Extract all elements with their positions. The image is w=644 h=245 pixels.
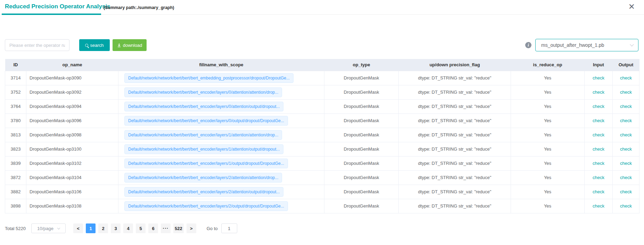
next-page-button[interactable]: >: [187, 223, 196, 233]
prev-page-button[interactable]: <: [73, 223, 83, 233]
output-check-link[interactable]: check: [620, 146, 632, 152]
output-check-link[interactable]: check: [620, 161, 632, 166]
col-header-op-name: op_name: [26, 59, 118, 71]
cell-output: check: [613, 128, 639, 142]
cell-precision-flag: dtype: DT_STRING str_val: "reduce": [399, 99, 511, 113]
col-header-is-reduce-op: is_reduce_op: [511, 59, 585, 71]
scope-link[interactable]: Default/network/network/bert/bert/bert_e…: [124, 187, 283, 197]
table-row: 3813 DropoutGenMask-op3098 Default/netwo…: [5, 128, 639, 142]
input-check-link[interactable]: check: [593, 104, 604, 109]
cell-id: 3764: [5, 99, 26, 113]
output-check-link[interactable]: check: [620, 104, 632, 109]
close-icon[interactable]: ✕: [628, 1, 635, 12]
cell-precision-flag: dtype: DT_STRING str_val: "reduce": [399, 199, 511, 213]
scope-link[interactable]: Default/network/network/bert/bert/bert_e…: [124, 130, 282, 140]
cell-input: check: [585, 71, 613, 85]
output-check-link[interactable]: check: [620, 203, 632, 209]
goto-page-input[interactable]: [221, 223, 237, 233]
table-row: 3714 DropoutGenMask-op3090 Default/netwo…: [5, 71, 639, 85]
download-button[interactable]: download: [113, 39, 147, 51]
page-number-button[interactable]: 3: [111, 223, 121, 233]
page-number-button[interactable]: 2: [98, 223, 108, 233]
cell-output: check: [613, 170, 639, 185]
cell-op-name: DropoutGenMask-op3106: [26, 185, 118, 199]
scope-link[interactable]: Default/network/network/bert/bert/bert_e…: [124, 159, 288, 168]
cell-is-reduce-op: Yes: [511, 99, 585, 113]
dialog-header: Reduced Precision Operator Analysis (Sum…: [0, 0, 644, 15]
input-check-link[interactable]: check: [593, 75, 604, 81]
cell-output: check: [613, 142, 639, 156]
cell-op-name: DropoutGenMask-op3094: [26, 99, 118, 113]
cell-precision-flag: dtype: DT_STRING str_val: "reduce": [399, 142, 511, 156]
page-number-button[interactable]: 6: [148, 223, 158, 233]
cell-precision-flag: dtype: DT_STRING str_val: "reduce": [399, 128, 511, 142]
search-button[interactable]: search: [79, 39, 110, 51]
goto-label: Go to: [207, 226, 218, 231]
col-header-scope: fillname_with_scope: [118, 59, 324, 71]
scope-link[interactable]: Default/network/network/bert/bert/bert_e…: [124, 116, 288, 126]
graph-file-select[interactable]: ms_output_after_hwopt_1.pb: [535, 39, 638, 51]
cell-input: check: [585, 85, 613, 99]
table-row: 3780 DropoutGenMask-op3096 Default/netwo…: [5, 113, 639, 128]
cell-op-type: DropoutGenMask: [324, 170, 399, 185]
cell-is-reduce-op: Yes: [511, 85, 585, 99]
page-number-button[interactable]: 5: [136, 223, 146, 233]
table-row: 3882 DropoutGenMask-op3106 Default/netwo…: [5, 185, 639, 199]
page-title: Reduced Precision Operator Analysis: [5, 3, 110, 10]
scope-link[interactable]: Default/network/network/bert/bert/bert_e…: [124, 102, 283, 111]
operators-table-wrap: ID op_name fillname_with_scope op_type u…: [5, 59, 639, 213]
page-number-button[interactable]: 522: [173, 223, 184, 233]
cell-op-type: DropoutGenMask: [324, 113, 399, 128]
cell-input: check: [585, 113, 613, 128]
graph-file-select-value: ms_output_after_hwopt_1.pb: [541, 42, 604, 48]
active-tab-underline: [2, 14, 101, 15]
output-check-link[interactable]: check: [620, 175, 632, 180]
col-header-input: Input: [585, 59, 613, 71]
table-body: 3714 DropoutGenMask-op3090 Default/netwo…: [5, 71, 639, 213]
scope-link[interactable]: Default/network/network/bert/bert/bert_e…: [124, 173, 282, 183]
input-check-link[interactable]: check: [593, 189, 604, 194]
search-button-label: search: [90, 43, 104, 48]
col-header-op-type: op_type: [324, 59, 399, 71]
chevron-down-icon: [57, 226, 60, 229]
output-check-link[interactable]: check: [620, 118, 632, 123]
info-icon[interactable]: i: [525, 42, 531, 48]
cell-scope: Default/network/network/bert/bert/bert_e…: [118, 113, 324, 128]
scope-link[interactable]: Default/network/network/bert/bert/bert_e…: [124, 87, 282, 97]
input-check-link[interactable]: check: [593, 161, 604, 166]
scope-link[interactable]: Default/network/network/bert/bert/bert_e…: [124, 73, 294, 83]
input-check-link[interactable]: check: [593, 175, 604, 180]
total-count: Total 5220: [5, 226, 26, 231]
cell-input: check: [585, 156, 613, 170]
cell-output: check: [613, 85, 639, 99]
page-number-button[interactable]: 4: [123, 223, 133, 233]
input-check-link[interactable]: check: [593, 132, 604, 137]
page-number-button[interactable]: 1: [86, 223, 96, 233]
cell-precision-flag: dtype: DT_STRING str_val: "reduce": [399, 113, 511, 128]
input-check-link[interactable]: check: [593, 118, 604, 123]
page-number-button[interactable]: ···: [161, 223, 171, 233]
output-check-link[interactable]: check: [620, 90, 632, 95]
table-row: 3872 DropoutGenMask-op3104 Default/netwo…: [5, 170, 639, 185]
download-icon: [117, 43, 121, 47]
scope-link[interactable]: Default/network/network/bert/bert/bert_e…: [124, 144, 283, 154]
cell-is-reduce-op: Yes: [511, 113, 585, 128]
input-check-link[interactable]: check: [593, 203, 604, 209]
cell-op-name: DropoutGenMask-op3098: [26, 128, 118, 142]
input-check-link[interactable]: check: [593, 90, 604, 95]
reduced-precision-dialog: Reduced Precision Operator Analysis (Sum…: [0, 0, 644, 245]
cell-op-type: DropoutGenMask: [324, 142, 399, 156]
cell-op-type: DropoutGenMask: [324, 199, 399, 213]
scope-link[interactable]: Default/network/network/bert/bert/bert_e…: [124, 201, 288, 211]
cell-op-type: DropoutGenMask: [324, 71, 399, 85]
input-check-link[interactable]: check: [593, 146, 604, 152]
cell-input: check: [585, 199, 613, 213]
page-size-select[interactable]: 10/page: [31, 223, 66, 233]
operator-name-input[interactable]: [5, 39, 69, 51]
cell-op-name: DropoutGenMask-op3104: [26, 170, 118, 185]
output-check-link[interactable]: check: [620, 132, 632, 137]
output-check-link[interactable]: check: [620, 189, 632, 194]
output-check-link[interactable]: check: [620, 75, 632, 81]
cell-op-name: DropoutGenMask-op3092: [26, 85, 118, 99]
cell-precision-flag: dtype: DT_STRING str_val: "reduce": [399, 85, 511, 99]
